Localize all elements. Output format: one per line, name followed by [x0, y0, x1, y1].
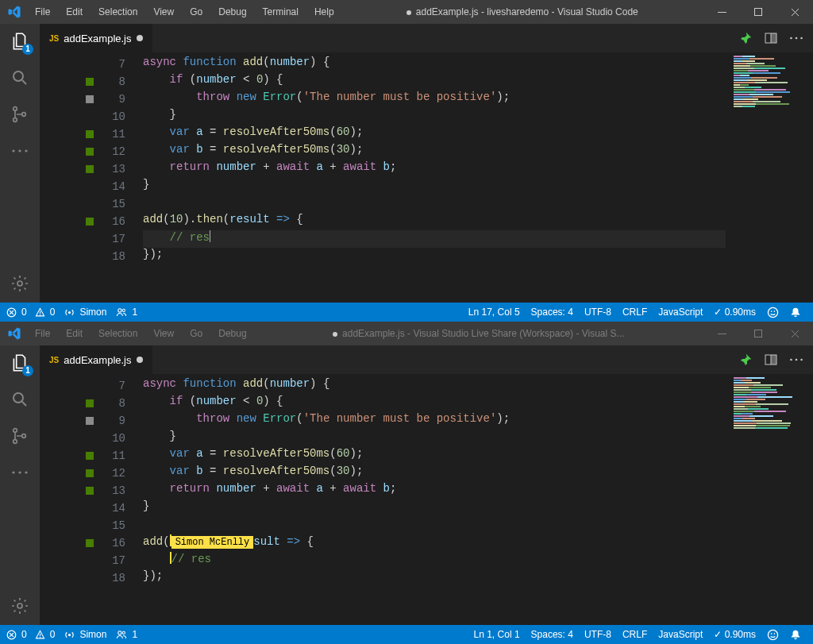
editor-tabs: JS addExample.js [40, 24, 813, 52]
close-button[interactable] [776, 0, 813, 24]
vscode-logo-icon [0, 5, 28, 19]
maximize-button[interactable] [740, 0, 776, 24]
pin-icon[interactable] [738, 353, 753, 366]
search-icon[interactable] [9, 388, 31, 411]
tab-label: addExample.js [64, 354, 131, 366]
status-language[interactable]: JavaScript [658, 629, 703, 640]
menu-selection[interactable]: Selection [91, 2, 144, 22]
status-language[interactable]: JavaScript [658, 307, 703, 318]
svg-point-6 [12, 149, 14, 152]
file-language-badge: JS [49, 356, 59, 364]
line-number: 10 [40, 430, 143, 447]
svg-point-2 [13, 71, 23, 81]
explorer-badge: 1 [22, 365, 33, 376]
svg-point-12 [790, 37, 792, 40]
split-editor-icon[interactable] [764, 353, 778, 366]
status-eol[interactable]: CRLF [622, 307, 647, 318]
line-number: 9 [40, 91, 143, 108]
feedback-icon[interactable] [767, 307, 779, 318]
line-number: 9 [40, 412, 143, 430]
notifications-icon[interactable] [790, 629, 801, 640]
dirty-indicator-icon [137, 35, 143, 41]
activity-bar: 1 [0, 345, 40, 625]
close-button[interactable] [776, 322, 813, 345]
explorer-icon[interactable]: 1 [9, 352, 31, 374]
tab-addexample[interactable]: JS addExample.js [40, 24, 153, 52]
status-liveshare-user[interactable]: Simon [64, 307, 106, 318]
status-timing[interactable]: ✓ 0.90ms [714, 629, 756, 640]
search-icon[interactable] [9, 67, 31, 89]
code-editor[interactable]: 789101112131415161718 async function add… [40, 374, 813, 625]
line-number: 15 [40, 195, 143, 213]
minimap[interactable] [726, 374, 813, 625]
title-bar: FileEditSelectionViewGoDebug addExample.… [0, 322, 813, 345]
status-participants[interactable]: 1 [116, 629, 137, 640]
settings-gear-icon[interactable] [9, 595, 31, 617]
menu-file[interactable]: File [28, 2, 57, 22]
svg-point-40 [68, 633, 71, 635]
gutter: 789101112131415161718 [40, 374, 143, 625]
status-timing[interactable]: ✓ 0.90ms [714, 307, 756, 318]
pin-icon[interactable] [738, 32, 753, 44]
line-number: 13 [40, 160, 143, 178]
status-problems[interactable]: 00 [6, 307, 55, 318]
editor-tabs: JS addExample.js [40, 345, 813, 374]
source-control-icon[interactable] [9, 425, 31, 447]
menu-edit[interactable]: Edit [59, 323, 90, 344]
line-number: 18 [40, 248, 143, 265]
status-eol[interactable]: CRLF [622, 629, 647, 640]
minimap[interactable] [726, 52, 813, 303]
svg-point-30 [18, 471, 21, 473]
menu-view[interactable]: View [146, 323, 181, 344]
svg-point-37 [800, 359, 803, 361]
menu-debug[interactable]: Debug [211, 323, 253, 344]
svg-point-7 [18, 149, 21, 152]
minimize-button[interactable] [703, 0, 740, 24]
line-number: 15 [40, 517, 143, 534]
svg-point-29 [12, 471, 14, 473]
svg-point-26 [13, 429, 17, 433]
status-participants[interactable]: 1 [116, 307, 137, 318]
menu-go[interactable]: Go [183, 323, 210, 344]
maximize-button[interactable] [740, 322, 776, 345]
split-editor-icon[interactable] [764, 32, 778, 44]
menu-go[interactable]: Go [183, 2, 210, 22]
settings-gear-icon[interactable] [9, 272, 31, 295]
svg-point-35 [790, 359, 792, 361]
svg-point-8 [25, 149, 27, 152]
minimize-button[interactable] [703, 322, 740, 345]
status-problems[interactable]: 00 [6, 629, 55, 640]
menu-help[interactable]: Help [307, 2, 341, 22]
svg-point-5 [22, 113, 26, 117]
status-indentation[interactable]: Spaces: 4 [531, 307, 573, 318]
svg-point-4 [13, 118, 17, 122]
line-number: 7 [40, 56, 143, 73]
code-content[interactable]: async function add(number) { if (number … [143, 374, 726, 625]
source-control-icon[interactable] [9, 103, 31, 125]
svg-rect-11 [771, 33, 776, 43]
menu-terminal[interactable]: Terminal [256, 2, 306, 22]
menu-view[interactable]: View [146, 2, 181, 22]
more-icon[interactable] [9, 461, 31, 484]
status-liveshare-user[interactable]: Simon [64, 629, 106, 640]
status-cursor-position[interactable]: Ln 17, Col 5 [468, 307, 520, 318]
notifications-icon[interactable] [790, 307, 801, 318]
status-indentation[interactable]: Spaces: 4 [531, 629, 573, 640]
line-number: 18 [40, 569, 143, 587]
status-cursor-position[interactable]: Ln 1, Col 1 [474, 629, 520, 640]
code-editor[interactable]: 789101112131415161718 async function add… [40, 52, 813, 303]
menu-debug[interactable]: Debug [211, 2, 253, 22]
status-encoding[interactable]: UTF-8 [584, 629, 611, 640]
editor-more-icon[interactable] [789, 353, 803, 366]
more-icon[interactable] [9, 140, 31, 162]
menu-selection[interactable]: Selection [91, 323, 144, 344]
explorer-icon[interactable]: 1 [9, 30, 31, 52]
status-encoding[interactable]: UTF-8 [584, 307, 611, 318]
tab-addexample[interactable]: JS addExample.js [40, 345, 153, 374]
line-number: 11 [40, 125, 143, 143]
menu-edit[interactable]: Edit [59, 2, 90, 22]
code-content[interactable]: async function add(number) { if (number … [143, 52, 726, 303]
editor-more-icon[interactable] [789, 32, 803, 44]
feedback-icon[interactable] [767, 629, 779, 641]
menu-file[interactable]: File [28, 323, 57, 344]
